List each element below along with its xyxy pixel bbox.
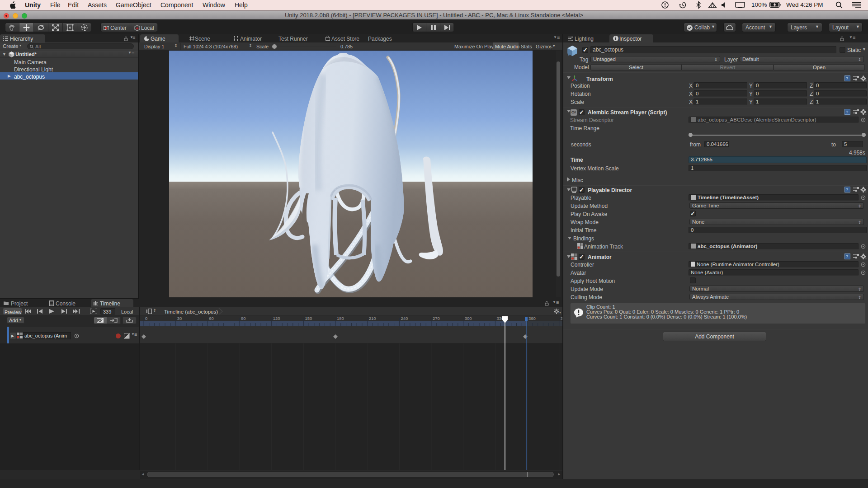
svg-text:90: 90 — [241, 316, 246, 321]
svg-text:180: 180 — [337, 316, 344, 321]
svg-text:?: ? — [846, 254, 848, 259]
svg-text:30: 30 — [177, 316, 182, 321]
svg-text:0: 0 — [145, 316, 147, 321]
svg-text:210: 210 — [369, 316, 376, 321]
svg-text:120: 120 — [273, 316, 280, 321]
svg-text:?: ? — [846, 110, 848, 114]
svg-text:?: ? — [846, 188, 848, 192]
svg-text:60: 60 — [209, 316, 214, 321]
svg-text:240: 240 — [401, 316, 408, 321]
svg-text:390: 390 — [561, 316, 562, 321]
svg-text:270: 270 — [433, 316, 440, 321]
svg-text:150: 150 — [305, 316, 312, 321]
svg-text:360: 360 — [528, 316, 536, 321]
svg-text:300: 300 — [465, 316, 472, 321]
svg-text:?: ? — [846, 76, 848, 81]
